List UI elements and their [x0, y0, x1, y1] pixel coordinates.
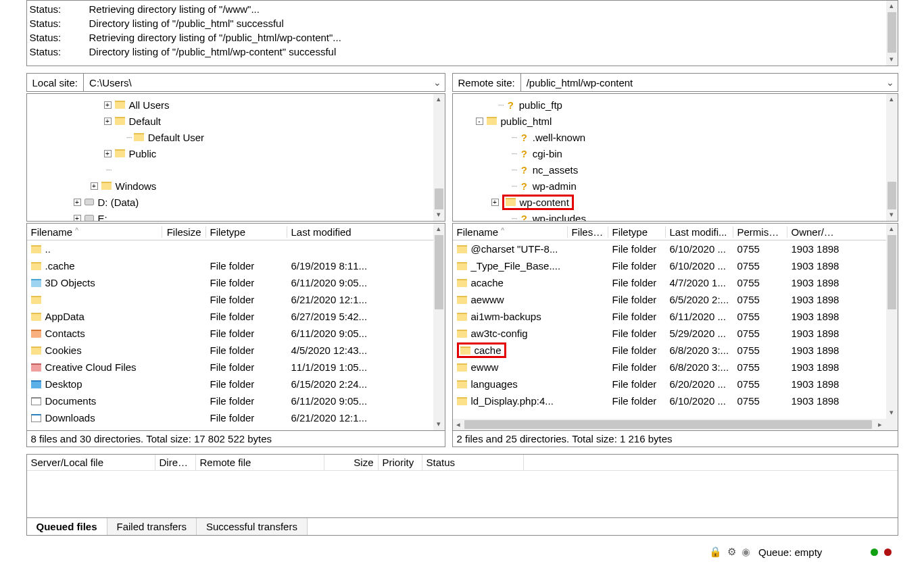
tab-failed[interactable]: Failed transfers	[107, 518, 197, 535]
transfer-queue[interactable]: Server/Local file Direc... Remote file S…	[26, 454, 898, 518]
tree-item[interactable]: ····?wp-includes	[456, 210, 895, 222]
file-row[interactable]: DownloadsFile folder6/21/2020 12:1...	[27, 409, 445, 426]
tree-expander[interactable]: +	[104, 150, 112, 157]
status-scroll[interactable]: ▴ ▾	[886, 1, 898, 66]
file-row[interactable]: .cacheFile folder6/19/2019 8:11...	[27, 257, 445, 274]
scroll-up-icon[interactable]: ▴	[433, 224, 445, 235]
scroll-left-icon[interactable]: ◂	[453, 420, 464, 429]
remote-tree[interactable]: ····?public_ftp-public_html····?.well-kn…	[452, 93, 898, 222]
tree-item[interactable]: +D: (Data)	[30, 194, 442, 210]
col-status[interactable]: Status	[422, 455, 524, 470]
remote-file-list[interactable]: Filename^ Filesize Filetype Last modifi.…	[452, 223, 898, 431]
tree-item[interactable]: ····Default User	[30, 129, 442, 145]
tree-item[interactable]: ····	[30, 161, 442, 178]
col-permissions[interactable]: Permissi...	[733, 226, 787, 238]
tree-expander[interactable]: +	[104, 101, 112, 109]
file-row[interactable]: AppDataFile folder6/27/2019 5:42...	[27, 308, 445, 325]
led-green-icon	[871, 548, 878, 556]
col-filesize[interactable]: Filesize	[568, 226, 608, 238]
chevron-down-icon[interactable]: ⌄	[430, 77, 445, 88]
scroll-down-icon[interactable]: ▾	[886, 407, 898, 419]
tree-item[interactable]: +Default	[30, 113, 442, 129]
tree-item[interactable]: +E:	[30, 210, 442, 222]
question-icon: ?	[519, 148, 529, 159]
remote-site-input[interactable]	[520, 74, 883, 91]
remote-file-scroll[interactable]: ▴ ▾	[886, 224, 898, 430]
file-name: ld_Display.php:4...	[471, 395, 554, 407]
scroll-down-icon[interactable]: ▾	[433, 209, 445, 221]
col-owner[interactable]: Owner/Gr...	[787, 226, 845, 238]
local-file-list[interactable]: Filename^ Filesize Filetype Last modifie…	[26, 223, 445, 431]
scroll-up-icon[interactable]: ▴	[886, 94, 898, 105]
file-row[interactable]: 3D ObjectsFile folder6/11/2020 9:05...	[27, 274, 445, 291]
file-row[interactable]: DocumentsFile folder6/11/2020 9:05...	[27, 392, 445, 409]
remote-site-label: Remote site:	[453, 77, 520, 88]
local-tree-scroll[interactable]: ▴ ▾	[433, 94, 445, 221]
file-row[interactable]: ..	[27, 240, 445, 257]
tree-item[interactable]: ····?.well-known	[456, 129, 895, 145]
col-remote-file[interactable]: Remote file	[196, 455, 324, 470]
file-row[interactable]: DesktopFile folder6/15/2020 2:24...	[27, 376, 445, 392]
col-size[interactable]: Size	[324, 455, 379, 470]
col-direction[interactable]: Direc...	[155, 455, 196, 470]
tree-item[interactable]: +wp-content	[456, 194, 895, 210]
tab-successful[interactable]: Successful transfers	[197, 518, 308, 535]
file-row[interactable]: ewwwFile folder6/8/2020 3:...07551903 18…	[453, 359, 898, 376]
tree-item[interactable]: ····?wp-admin	[456, 178, 895, 194]
file-row[interactable]: CookiesFile folder4/5/2020 12:43...	[27, 342, 445, 359]
remote-tree-scroll[interactable]: ▴ ▾	[886, 94, 898, 221]
scroll-up-icon[interactable]: ▴	[886, 224, 898, 235]
file-row[interactable]: aewwwFile folder6/5/2020 2:...07551903 1…	[453, 291, 898, 308]
col-filename[interactable]: Filename^	[453, 226, 568, 238]
file-row[interactable]: aw3tc-configFile folder5/29/2020 ...0755…	[453, 325, 898, 342]
col-filename[interactable]: Filename^	[27, 226, 162, 238]
tree-item[interactable]: ····?public_ftp	[456, 97, 895, 113]
chevron-down-icon[interactable]: ⌄	[883, 77, 898, 88]
file-row[interactable]: @charset "UTF-8...File folder6/10/2020 .…	[453, 240, 898, 257]
tree-expander[interactable]: -	[476, 118, 483, 125]
col-modified[interactable]: Last modifi...	[666, 226, 733, 238]
scroll-down-icon[interactable]: ▾	[433, 419, 445, 430]
tree-item[interactable]: ····?nc_assets	[456, 161, 895, 178]
tree-item-label: Default User	[148, 132, 204, 143]
file-row[interactable]: Creative Cloud FilesFile folder11/1/2019…	[27, 359, 445, 376]
scroll-right-icon[interactable]: ▸	[875, 420, 886, 429]
local-file-scroll[interactable]: ▴ ▾	[433, 224, 445, 430]
col-priority[interactable]: Priority	[379, 455, 422, 470]
tree-item[interactable]: -public_html	[456, 113, 895, 129]
scroll-down-icon[interactable]: ▾	[886, 209, 898, 221]
local-tree[interactable]: +All Users+Default····Default User+Publi…	[26, 93, 445, 222]
file-row[interactable]: cacheFile folder6/8/2020 3:...07551903 1…	[453, 342, 898, 359]
file-row[interactable]: languagesFile folder6/20/2020 ...0755190…	[453, 376, 898, 392]
scroll-up-icon[interactable]: ▴	[433, 94, 445, 105]
file-row[interactable]: ai1wm-backupsFile folder6/11/2020 ...075…	[453, 308, 898, 325]
scroll-down-icon[interactable]: ▾	[886, 54, 898, 66]
col-server-file[interactable]: Server/Local file	[27, 455, 155, 470]
tree-expander[interactable]: +	[491, 199, 499, 206]
tree-expander[interactable]: +	[91, 182, 98, 190]
file-row[interactable]: _Type_File_Base....File folder6/10/2020 …	[453, 257, 898, 274]
col-filetype[interactable]: Filetype	[206, 226, 287, 238]
tab-queued[interactable]: Queued files	[27, 518, 107, 535]
remote-file-hscroll[interactable]: ◂ ▸	[453, 419, 886, 430]
tree-item[interactable]: +Public	[30, 145, 442, 161]
file-name: @charset "UTF-8...	[471, 243, 558, 255]
scroll-up-icon[interactable]: ▴	[886, 1, 898, 12]
remote-summary: 2 files and 25 directories. Total size: …	[452, 431, 898, 447]
local-site-input[interactable]	[83, 74, 429, 91]
tree-expander[interactable]: +	[74, 215, 81, 222]
bottom-status-bar: Queue: empty	[26, 542, 898, 561]
file-row[interactable]: ContactsFile folder6/11/2020 9:05...	[27, 325, 445, 342]
tree-item[interactable]: ····?cgi-bin	[456, 145, 895, 161]
col-filetype[interactable]: Filetype	[608, 226, 666, 238]
tree-expander[interactable]: +	[104, 118, 112, 125]
file-row[interactable]: File folder6/21/2020 12:1...	[27, 291, 445, 308]
gear-icon[interactable]	[727, 546, 736, 557]
tree-item[interactable]: +Windows	[30, 178, 442, 194]
file-row[interactable]: ld_Display.php:4...File folder6/10/2020 …	[453, 392, 898, 409]
col-filesize[interactable]: Filesize	[162, 226, 206, 238]
file-row[interactable]: acacheFile folder4/7/2020 1...07551903 1…	[453, 274, 898, 291]
tree-item[interactable]: +All Users	[30, 97, 442, 113]
tree-expander[interactable]: +	[74, 199, 81, 206]
col-modified[interactable]: Last modified	[287, 226, 416, 238]
